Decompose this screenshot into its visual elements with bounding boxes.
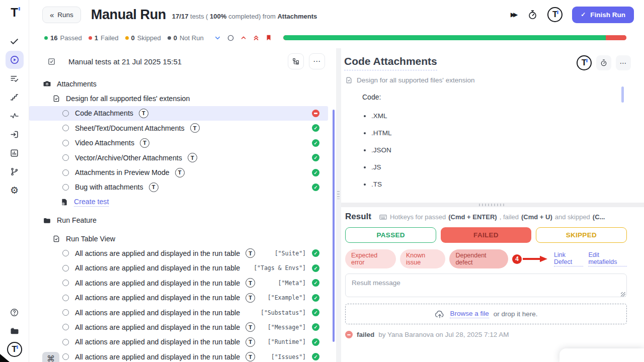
test-row-attachments-preview-mode[interactable]: Attachments in Preview Mode T ✓ bbox=[29, 165, 328, 179]
test-tag: ["Tags & Envs"] bbox=[254, 264, 306, 272]
create-test-row[interactable]: Create test bbox=[29, 195, 328, 209]
testomat-badge-icon: T bbox=[246, 337, 255, 347]
help-icon[interactable] bbox=[6, 303, 24, 321]
test-label: Sheet/Text/Document Attachments bbox=[75, 124, 185, 132]
stat-passed: 16Passed bbox=[44, 34, 82, 42]
passed-button[interactable]: PASSED bbox=[345, 227, 436, 243]
testomat-badge-icon: T bbox=[246, 352, 255, 361]
edit-metafields-link[interactable]: Edit metafields bbox=[588, 251, 627, 266]
keyboard-icon bbox=[379, 213, 387, 221]
run-progress-bar bbox=[283, 35, 626, 40]
status-passed-icon: ✓ bbox=[312, 338, 319, 346]
test-row-bug-with-attachments[interactable]: Bug with attachments T ✓ bbox=[29, 180, 328, 195]
test-row-run-table-meta[interactable]: All actions are applied and displayed in… bbox=[29, 276, 328, 290]
test-row-video-attachments[interactable]: Video Attachments T ✓ bbox=[29, 136, 328, 150]
priority-double-up-icon[interactable] bbox=[253, 34, 260, 41]
run-status-bar: 16Passed 1Failed 0Skipped 0Not Run bbox=[29, 31, 644, 44]
tree-scrollbar[interactable] bbox=[333, 110, 335, 342]
status-passed-icon: ✓ bbox=[312, 353, 319, 360]
nav-pulse-activity-icon[interactable] bbox=[6, 107, 24, 125]
test-tag: ["Substatus"] bbox=[261, 309, 306, 316]
user-avatar-logo-icon[interactable]: T bbox=[547, 7, 562, 22]
link-defect-link[interactable]: Link Defect bbox=[554, 251, 583, 266]
test-title[interactable]: Code Attachments bbox=[344, 55, 437, 70]
browse-file-link[interactable]: Browse a file bbox=[450, 310, 489, 318]
nav-plans-list-check-icon[interactable] bbox=[6, 69, 24, 87]
test-timer-button[interactable] bbox=[596, 55, 611, 70]
cursor-artifact bbox=[0, 354, 10, 362]
nav-settings-gear-icon[interactable]: ⚙ bbox=[6, 181, 24, 199]
app-logo-icon[interactable]: T bbox=[8, 6, 21, 19]
nav-milestones-stairs-icon[interactable] bbox=[6, 88, 24, 106]
nav-import-icon[interactable] bbox=[6, 125, 24, 143]
test-row-run-table-substatus[interactable]: All actions are applied and displayed in… bbox=[29, 305, 328, 320]
feature-row-design[interactable]: Design for all supported files' extensio… bbox=[29, 91, 328, 106]
timer-stopwatch-icon[interactable] bbox=[527, 10, 538, 20]
test-row-run-table-runtime[interactable]: All actions are applied and displayed in… bbox=[29, 335, 328, 349]
annotation-pointer: 4 bbox=[512, 254, 548, 264]
suite-row-attachments[interactable]: Attachments bbox=[29, 76, 328, 91]
file-icon bbox=[345, 76, 353, 84]
status-passed-icon: ✓ bbox=[312, 323, 319, 331]
test-description: Code: .XML .HTML .JSON .JS .TS bbox=[341, 84, 644, 198]
nav-runs-play-icon[interactable] bbox=[6, 51, 24, 69]
suite-row-run-feature[interactable]: Run Feature bbox=[29, 213, 328, 228]
result-message-input[interactable] bbox=[345, 274, 627, 297]
test-row-run-table-suite[interactable]: All actions are applied and displayed in… bbox=[29, 246, 328, 260]
fast-forward-icon[interactable]: ▶▶ bbox=[511, 11, 518, 18]
skipped-button[interactable]: SKIPPED bbox=[536, 227, 627, 243]
test-label: Video Attachments bbox=[75, 139, 134, 147]
floating-widget[interactable] bbox=[559, 348, 644, 362]
finish-run-button[interactable]: ✓ Finish Run bbox=[572, 7, 634, 23]
nav-analytics-chart-icon[interactable] bbox=[6, 144, 24, 162]
test-row-sheet-text-document[interactable]: Sheet/Text/Document Attachments T ✓ bbox=[29, 121, 328, 135]
panel-split-divider[interactable] bbox=[336, 48, 341, 362]
testomat-badge-icon: T bbox=[149, 183, 158, 192]
collapse-chevron-down-icon[interactable] bbox=[214, 34, 221, 42]
chip-expected-error[interactable]: Expected error bbox=[345, 249, 396, 268]
file-dropzone[interactable]: Browse a file or drop it here. bbox=[345, 304, 627, 324]
test-tag: ["Issues"] bbox=[271, 353, 306, 360]
test-row-run-table-message[interactable]: All actions are applied and displayed in… bbox=[29, 320, 328, 334]
nav-tests-check-icon[interactable] bbox=[6, 32, 24, 50]
test-row-code-attachments[interactable]: Code Attachments T bbox=[29, 106, 328, 121]
result-resize-divider[interactable] bbox=[341, 203, 644, 207]
back-to-runs-button[interactable]: « Runs bbox=[42, 7, 81, 23]
test-tag: ["Message"] bbox=[268, 324, 306, 331]
test-bullet-icon bbox=[62, 110, 69, 117]
test-row-run-table-issues[interactable]: All actions are applied and displayed in… bbox=[29, 349, 328, 362]
test-bullet-icon bbox=[62, 309, 69, 316]
test-row-run-table-example[interactable]: All actions are applied and displayed in… bbox=[29, 290, 328, 305]
result-title: Result bbox=[345, 212, 371, 222]
test-bullet-icon bbox=[62, 140, 69, 146]
test-tag: ["Runtime"] bbox=[268, 338, 306, 345]
test-bullet-icon bbox=[62, 324, 69, 330]
test-row-vector-archive-other[interactable]: Vector/Archive/Other Attachments T ✓ bbox=[29, 150, 328, 165]
test-owner-logo-icon[interactable]: T bbox=[577, 55, 592, 70]
stat-failed: 1Failed bbox=[89, 34, 119, 42]
test-label: All actions are applied and displayed in… bbox=[75, 309, 240, 317]
test-row-run-table-tags-envs[interactable]: All actions are applied and displayed in… bbox=[29, 261, 328, 276]
projects-folder-icon[interactable] bbox=[6, 322, 24, 340]
description-scrollbar[interactable] bbox=[621, 86, 624, 103]
create-test-link[interactable]: Create test bbox=[74, 198, 109, 207]
test-detail-panel: Code Attachments T ⋯ Design for all supp… bbox=[341, 48, 644, 362]
tree-view-button[interactable] bbox=[288, 53, 304, 69]
test-label: All actions are applied and displayed in… bbox=[75, 249, 240, 257]
run-title[interactable]: Manual tests at 21 Jul 2025 15:51 bbox=[68, 57, 182, 66]
left-nav-rail: T ⚙ T bbox=[0, 0, 29, 362]
feature-row-run-table-view[interactable]: Run Table View bbox=[29, 231, 328, 246]
file-plus-icon bbox=[60, 198, 68, 206]
failed-button[interactable]: FAILED bbox=[441, 227, 531, 243]
tree-more-button[interactable]: ⋯ bbox=[309, 53, 325, 69]
filter-circle-icon[interactable] bbox=[227, 34, 234, 42]
priority-up-icon[interactable] bbox=[240, 34, 247, 41]
passed-dot-icon bbox=[44, 36, 48, 40]
test-more-button[interactable]: ⋯ bbox=[616, 55, 631, 70]
chip-dependent-defect[interactable]: Dependent defect bbox=[449, 249, 508, 268]
bookmark-icon[interactable] bbox=[265, 34, 272, 41]
textarea-resize-handle[interactable] bbox=[621, 292, 625, 297]
nav-branch-git-icon[interactable] bbox=[6, 162, 24, 180]
back-chevrons-icon: « bbox=[50, 11, 54, 19]
chip-known-issue[interactable]: Known issue bbox=[400, 249, 446, 268]
